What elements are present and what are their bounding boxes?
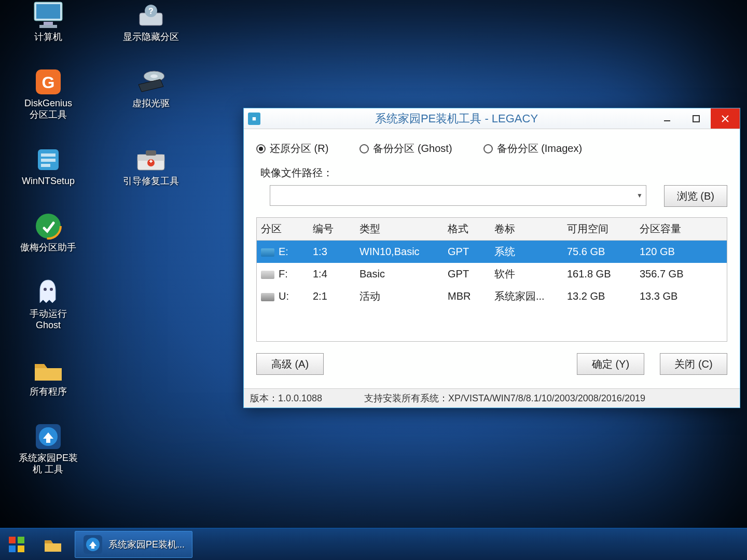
close-button[interactable]	[711, 108, 740, 129]
pe-tool-icon	[31, 422, 65, 451]
version-label: 版本：1.0.0.1088	[250, 392, 364, 404]
taskbar-label: 系统家园PE装机...	[108, 538, 185, 551]
svg-rect-20	[150, 160, 151, 163]
svg-rect-3	[39, 25, 57, 28]
col-type: 类型	[355, 218, 444, 240]
icon-boot-repair[interactable]: 引导修复工具	[112, 145, 190, 187]
taskbar-item-folder[interactable]	[35, 531, 71, 558]
svg-rect-27	[664, 120, 670, 121]
mode-radios: 还原分区 (R) 备份分区 (Ghost) 备份分区 (Imagex)	[256, 142, 727, 156]
svg-point-10	[150, 75, 158, 78]
svg-rect-30	[18, 537, 24, 543]
icon-all-programs[interactable]: 所有程序	[9, 356, 87, 397]
drive-icon	[261, 293, 274, 301]
status-bar: 版本：1.0.0.1088 支持安装所有系统：XP/VISTA/WIN7/8/8…	[244, 388, 740, 408]
table-row[interactable]: E:1:3WIN10,BasicGPT系统75.6 GB120 GB	[257, 241, 727, 263]
icon-label: 手动运行 Ghost	[30, 308, 67, 331]
icon-label: DiskGenius 分区工具	[24, 97, 72, 120]
pe-tool-icon	[82, 534, 103, 555]
svg-rect-28	[693, 116, 699, 122]
col-free: 可用空间	[563, 218, 635, 240]
table-row[interactable]: U:2:1活动MBR系统家园...13.2 GB13.3 GB	[257, 285, 727, 307]
col-fmt: 格式	[444, 218, 490, 240]
maximize-button[interactable]	[682, 108, 711, 129]
icon-winntsetup[interactable]: WinNTSetup	[9, 145, 87, 187]
icon-diskgenius[interactable]: G DiskGenius 分区工具	[9, 67, 87, 120]
titlebar[interactable]: ■ 系统家园PE装机工具 - LEGACY	[244, 108, 740, 129]
svg-rect-29	[9, 537, 16, 543]
icon-label: 引导修复工具	[123, 175, 179, 187]
svg-point-24	[50, 288, 53, 291]
image-path-combo[interactable]: ▼	[270, 185, 646, 206]
ok-button[interactable]: 确定 (Y)	[577, 353, 644, 375]
icon-label: 计算机	[34, 31, 62, 43]
radio-icon	[483, 144, 493, 153]
icon-label: 系统家园PE装 机 工具	[19, 452, 78, 475]
monitor-icon	[31, 1, 65, 30]
icon-show-hidden-partitions[interactable]: ? 显示隐藏分区	[112, 1, 190, 43]
svg-rect-2	[44, 22, 53, 25]
svg-text:?: ?	[148, 7, 154, 16]
icon-label: WinNTSetup	[22, 175, 75, 187]
folder-icon	[43, 534, 63, 555]
chevron-down-icon: ▼	[637, 192, 643, 199]
radio-icon	[359, 144, 369, 153]
aomei-icon	[31, 212, 65, 241]
svg-text:G: G	[42, 73, 55, 92]
close-dialog-button[interactable]: 关闭 (C)	[660, 353, 727, 375]
app-icon: ■	[248, 113, 260, 125]
desktop: 计算机 ? 显示隐藏分区 G DiskGenius 分区工具 虚拟光驱 WinN…	[9, 0, 206, 475]
icon-label: 傲梅分区助手	[20, 242, 76, 253]
icon-pe-install-tool[interactable]: 系统家园PE装 机 工具	[9, 422, 87, 475]
icon-virtual-cd[interactable]: 虚拟光驱	[112, 67, 190, 120]
icon-label: 虚拟光驱	[132, 97, 170, 109]
radio-restore[interactable]: 还原分区 (R)	[256, 142, 328, 156]
col-drive: 分区	[257, 218, 309, 240]
support-label: 支持安装所有系统：XP/VISTA/WIN7/8/8.1/10/2003/200…	[364, 392, 645, 404]
col-id: 编号	[309, 218, 355, 240]
toolbox-icon	[134, 145, 168, 174]
diskgenius-icon: G	[31, 67, 65, 96]
svg-rect-1	[36, 4, 60, 19]
icon-label: 所有程序	[30, 386, 67, 397]
cd-drive-icon	[134, 67, 168, 96]
minimize-button[interactable]	[653, 108, 682, 129]
drive-icon	[261, 271, 274, 279]
radio-backup-ghost[interactable]: 备份分区 (Ghost)	[359, 142, 452, 156]
start-button[interactable]	[0, 528, 33, 560]
col-label: 卷标	[490, 218, 563, 240]
svg-rect-13	[41, 159, 56, 162]
table-header: 分区 编号 类型 格式 卷标 可用空间 分区容量	[257, 218, 727, 241]
radio-icon	[256, 144, 266, 153]
advanced-button[interactable]: 高级 (A)	[256, 353, 324, 375]
pe-tool-window: ■ 系统家园PE装机工具 - LEGACY 还原分区 (R) 备份分区 (Gho…	[243, 108, 740, 408]
drive-icon	[261, 248, 274, 257]
table-row[interactable]: F:1:4BasicGPT软件161.8 GB356.7 GB	[257, 263, 727, 285]
taskbar-item-pe-tool[interactable]: 系统家园PE装机...	[75, 531, 192, 558]
svg-rect-12	[41, 153, 56, 157]
svg-rect-31	[9, 545, 16, 552]
window-title: 系统家园PE装机工具 - LEGACY	[260, 111, 653, 127]
partition-table: 分区 编号 类型 格式 卷标 可用空间 分区容量 E:1:3WIN10,Basi…	[256, 217, 727, 342]
partition-icon: ?	[134, 1, 168, 30]
icon-aomei-partition[interactable]: 傲梅分区助手	[9, 212, 87, 253]
ghost-icon	[31, 278, 65, 307]
table-body: E:1:3WIN10,BasicGPT系统75.6 GB120 GBF:1:4B…	[257, 241, 727, 307]
col-cap: 分区容量	[635, 218, 708, 240]
image-path-label: 映像文件路径：	[260, 166, 727, 180]
svg-point-23	[44, 288, 47, 291]
icon-computer[interactable]: 计算机	[9, 1, 87, 43]
browse-button[interactable]: 浏览 (B)	[664, 185, 727, 207]
taskbar: 系统家园PE装机...	[0, 528, 747, 560]
svg-rect-14	[41, 164, 50, 167]
svg-rect-17	[146, 150, 156, 156]
icon-label: 显示隐藏分区	[123, 31, 179, 43]
svg-rect-32	[18, 545, 24, 552]
radio-backup-imagex[interactable]: 备份分区 (Imagex)	[483, 142, 582, 156]
folder-icon	[31, 356, 65, 385]
installer-icon	[31, 145, 65, 174]
icon-manual-ghost[interactable]: 手动运行 Ghost	[9, 278, 87, 331]
